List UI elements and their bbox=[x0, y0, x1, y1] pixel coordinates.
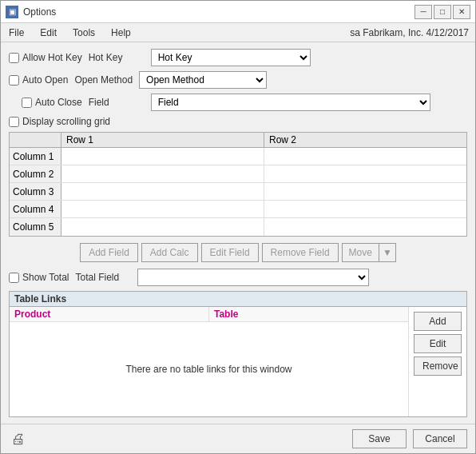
grid-cell-5-1 bbox=[61, 218, 264, 236]
auto-close-field-label: Field bbox=[89, 97, 145, 108]
grid-cell-4-1 bbox=[61, 201, 264, 217]
minimize-button[interactable]: ─ bbox=[415, 5, 432, 19]
open-method-field-label: Open Method bbox=[74, 74, 133, 86]
auto-open-checkbox[interactable] bbox=[9, 75, 19, 86]
show-total-row: Show Total Total Field bbox=[9, 269, 467, 286]
auto-open-checkbox-label[interactable]: Auto Open bbox=[9, 74, 68, 86]
table-links-list: Product Table There are no table links f… bbox=[10, 307, 408, 416]
move-button-group: Move ▼ bbox=[342, 243, 396, 262]
menu-help[interactable]: Help bbox=[103, 25, 139, 41]
move-button[interactable]: Move bbox=[342, 243, 379, 262]
options-window: ▣ Options ─ □ ✕ File Edit Tools Help sa … bbox=[0, 0, 476, 454]
allow-hot-key-checkbox[interactable] bbox=[9, 53, 19, 63]
window-title: Options bbox=[23, 6, 415, 18]
scrolling-grid: Row 1 Row 2 Column 1 Column 2 Column 3 C… bbox=[9, 132, 467, 237]
cancel-button[interactable]: Cancel bbox=[413, 429, 467, 448]
total-field-label: Total Field bbox=[75, 272, 131, 283]
grid-row-4: Column 4 bbox=[10, 201, 466, 218]
grid-row-label-2: Column 2 bbox=[10, 165, 61, 182]
auto-open-row: Auto Open Open Method Open Method bbox=[9, 71, 467, 89]
grid-buttons: Add Field Add Calc Edit Field Remove Fie… bbox=[9, 241, 467, 264]
total-field-select[interactable] bbox=[137, 269, 369, 286]
grid-cell-1-2 bbox=[264, 148, 466, 165]
table-links-remove-button[interactable]: Remove bbox=[414, 356, 462, 376]
bottom-buttons: Save Cancel bbox=[352, 429, 467, 448]
grid-row-2: Column 2 bbox=[10, 165, 466, 183]
auto-close-select[interactable]: Field bbox=[151, 94, 430, 111]
hot-key-select[interactable]: Hot Key bbox=[151, 49, 311, 66]
table-links-edit-button[interactable]: Edit bbox=[414, 334, 462, 353]
allow-hot-key-label: Allow Hot Key bbox=[22, 52, 82, 63]
grid-cell-2-1 bbox=[61, 165, 264, 182]
grid-cell-2-2 bbox=[264, 165, 466, 182]
auto-close-label: Auto Close bbox=[35, 97, 82, 108]
grid-row-3: Column 3 bbox=[10, 183, 466, 201]
table-links-col-table: Table bbox=[209, 307, 408, 321]
grid-cell-3-1 bbox=[61, 183, 264, 200]
menu-file[interactable]: File bbox=[1, 25, 32, 41]
window-icon: ▣ bbox=[6, 6, 18, 18]
table-links-section: Table Links Product Table There are no t… bbox=[9, 291, 467, 417]
grid-cell-4-2 bbox=[264, 201, 466, 217]
window-controls: ─ □ ✕ bbox=[415, 5, 470, 19]
close-button[interactable]: ✕ bbox=[453, 5, 470, 19]
table-links-col-product: Product bbox=[10, 307, 209, 321]
add-field-button[interactable]: Add Field bbox=[80, 243, 138, 262]
menu-bar: File Edit Tools Help sa Fabrikam, Inc. 4… bbox=[1, 23, 475, 42]
edit-field-button[interactable]: Edit Field bbox=[201, 243, 259, 262]
hot-key-field-label: Hot Key bbox=[89, 52, 145, 63]
grid-header-empty bbox=[10, 133, 61, 147]
display-scrolling-label: Display scrolling grid bbox=[22, 116, 110, 127]
display-scrolling-checkbox-label[interactable]: Display scrolling grid bbox=[9, 116, 110, 127]
move-arrow-button[interactable]: ▼ bbox=[379, 243, 396, 262]
header-info: sa Fabrikam, Inc. 4/12/2017 bbox=[350, 27, 475, 38]
grid-row-label-5: Column 5 bbox=[10, 218, 61, 236]
grid-cell-5-2 bbox=[264, 218, 466, 236]
grid-col-1: Row 1 bbox=[61, 133, 264, 147]
bottom-bar: 🖨 Save Cancel bbox=[1, 424, 475, 453]
main-content: Allow Hot Key Hot Key Hot Key Auto Open … bbox=[1, 42, 475, 424]
auto-close-row: Auto Close Field Field bbox=[22, 94, 467, 111]
auto-open-label: Auto Open bbox=[22, 74, 68, 86]
show-total-label: Show Total bbox=[22, 272, 69, 283]
grid-row-1: Column 1 bbox=[10, 148, 466, 165]
grid-cell-1-1 bbox=[61, 148, 264, 165]
grid-col-2: Row 2 bbox=[264, 133, 466, 147]
table-links-header: Table Links bbox=[10, 292, 466, 307]
table-links-empty-message: There are no table links for this window bbox=[10, 322, 408, 416]
table-links-wrapper: Product Table There are no table links f… bbox=[10, 307, 466, 416]
grid-row-label-1: Column 1 bbox=[10, 148, 61, 165]
show-total-checkbox-label[interactable]: Show Total bbox=[9, 272, 69, 283]
grid-row-5: Column 5 bbox=[10, 218, 466, 236]
auto-close-checkbox[interactable] bbox=[22, 98, 32, 108]
add-calc-button[interactable]: Add Calc bbox=[141, 243, 198, 262]
display-scrolling-checkbox[interactable] bbox=[9, 117, 19, 127]
grid-row-label-4: Column 4 bbox=[10, 201, 61, 217]
title-bar: ▣ Options ─ □ ✕ bbox=[1, 1, 475, 23]
menu-tools[interactable]: Tools bbox=[65, 25, 103, 41]
save-button[interactable]: Save bbox=[352, 429, 407, 448]
auto-close-checkbox-label[interactable]: Auto Close bbox=[22, 97, 82, 108]
display-scrolling-row: Display scrolling grid bbox=[9, 116, 467, 127]
grid-cell-3-2 bbox=[264, 183, 466, 200]
printer-icon: 🖨 bbox=[9, 429, 28, 448]
remove-field-button[interactable]: Remove Field bbox=[262, 243, 339, 262]
allow-hot-key-checkbox-label[interactable]: Allow Hot Key bbox=[9, 52, 82, 63]
maximize-button[interactable]: □ bbox=[434, 5, 451, 19]
grid-row-label-3: Column 3 bbox=[10, 183, 61, 200]
menu-edit[interactable]: Edit bbox=[32, 25, 65, 41]
grid-header: Row 1 Row 2 bbox=[10, 133, 466, 148]
show-total-checkbox[interactable] bbox=[9, 273, 19, 283]
allow-hot-key-row: Allow Hot Key Hot Key Hot Key bbox=[9, 49, 467, 66]
open-method-select[interactable]: Open Method bbox=[139, 71, 267, 89]
table-links-actions: Add Edit Remove bbox=[408, 307, 466, 416]
table-links-columns: Product Table bbox=[10, 307, 408, 322]
table-links-add-button[interactable]: Add bbox=[414, 312, 462, 331]
